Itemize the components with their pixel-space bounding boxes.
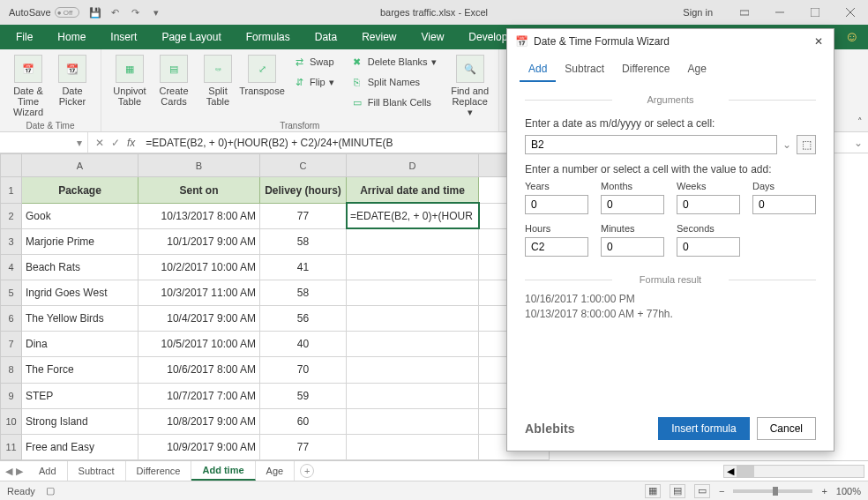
swap-button[interactable]: ⇄Swap <box>288 53 338 71</box>
cell[interactable]: 60 <box>260 408 347 434</box>
cell[interactable]: 77 <box>260 434 347 459</box>
cell-picker-icon[interactable]: ⬚ <box>797 135 816 154</box>
row-header[interactable]: 9 <box>1 383 22 408</box>
unpivot-button[interactable]: ▦Unpivot Table <box>108 53 151 119</box>
cell[interactable]: 10/9/2017 9:00 AM <box>138 434 260 459</box>
signin-link[interactable]: Sign in <box>683 7 713 18</box>
flip-button[interactable]: ⇵Flip ▾ <box>288 73 338 91</box>
row-header[interactable]: 11 <box>1 434 22 459</box>
cell[interactable] <box>347 383 479 408</box>
sheet-tab[interactable]: Add <box>28 461 68 481</box>
wizard-tab-subtract[interactable]: Subtract <box>556 57 613 82</box>
cell[interactable]: Free and Easy <box>22 434 138 459</box>
cell[interactable]: STEP <box>22 383 138 408</box>
cell[interactable]: 10/2/2017 10:00 AM <box>138 254 260 280</box>
header-cell[interactable]: Delivey (hours) <box>260 177 347 203</box>
sheet-tab[interactable]: Age <box>256 461 296 481</box>
cell[interactable]: 10/7/2017 7:00 AM <box>138 383 260 408</box>
header-cell[interactable]: Sent on <box>138 177 260 203</box>
qat-dropdown-icon[interactable]: ▾ <box>149 5 163 19</box>
cell[interactable] <box>347 408 479 434</box>
row-header[interactable]: 5 <box>1 280 22 306</box>
cell[interactable]: =EDATE(B2, + 0)+(HOUR <box>347 203 479 228</box>
new-sheet-icon[interactable]: + <box>300 464 314 478</box>
zoom-slider[interactable] <box>733 489 812 493</box>
smile-icon[interactable]: ☺ <box>845 29 859 45</box>
sheet-tab[interactable]: Add time <box>191 461 255 481</box>
sheet-prev-icon[interactable]: ◀ <box>5 466 12 477</box>
split-names-button[interactable]: ⎘Split Names <box>347 73 440 91</box>
maximize-icon[interactable] <box>797 0 833 25</box>
cell[interactable]: 10/1/2017 9:00 AM <box>138 228 260 254</box>
tab-insert[interactable]: Insert <box>98 25 149 49</box>
sheet-next-icon[interactable]: ▶ <box>16 466 23 477</box>
cell[interactable]: 10/13/2017 8:00 AM <box>138 203 260 228</box>
row-header[interactable]: 4 <box>1 254 22 280</box>
date-time-wizard-button[interactable]: 📅Date & Time Wizard <box>7 53 49 119</box>
years-input[interactable] <box>525 195 588 214</box>
create-cards-button[interactable]: ▤Create Cards <box>153 53 195 119</box>
horizontal-scrollbar[interactable]: ◀ <box>723 465 864 478</box>
find-replace-button[interactable]: 🔍Find and Replace ▾ <box>449 53 491 119</box>
row-header[interactable]: 3 <box>1 228 22 254</box>
minutes-input[interactable] <box>601 237 664 257</box>
cell[interactable] <box>347 254 479 280</box>
view-normal-icon[interactable]: ▦ <box>645 484 661 498</box>
col-header[interactable]: B <box>138 154 260 177</box>
name-box[interactable]: ▾ <box>0 132 88 153</box>
sheet-tab[interactable]: Difference <box>126 461 192 481</box>
minimize-icon[interactable] <box>762 0 797 25</box>
enter-formula-icon[interactable]: ✓ <box>111 137 120 149</box>
cell[interactable] <box>347 228 479 254</box>
cell[interactable]: Dina <box>22 332 138 357</box>
cell[interactable]: 56 <box>260 306 347 332</box>
wizard-tab-age[interactable]: Age <box>679 57 715 82</box>
sheet-tab[interactable]: Subtract <box>68 461 126 481</box>
save-icon[interactable]: 💾 <box>88 5 102 19</box>
tab-formulas[interactable]: Formulas <box>234 25 303 49</box>
undo-icon[interactable]: ↶ <box>108 5 123 19</box>
chevron-down-icon[interactable]: ⌄ <box>782 138 791 151</box>
macro-record-icon[interactable]: ▢ <box>46 485 55 496</box>
cell[interactable]: Marjorie Prime <box>22 228 138 254</box>
cell[interactable]: 70 <box>260 357 347 383</box>
wizard-tab-add[interactable]: Add <box>520 57 556 82</box>
cell[interactable]: 10/8/2017 9:00 AM <box>138 408 260 434</box>
cell[interactable]: The Force <box>22 357 138 383</box>
cell[interactable]: Strong Island <box>22 408 138 434</box>
close-icon[interactable] <box>833 0 868 25</box>
cell[interactable] <box>347 306 479 332</box>
zoom-level[interactable]: 100% <box>836 486 861 496</box>
expand-formula-icon[interactable]: ⌄ <box>849 137 868 149</box>
cell[interactable] <box>347 280 479 306</box>
cell[interactable]: Gook <box>22 203 138 228</box>
header-cell[interactable]: Package <box>22 177 138 203</box>
tab-view[interactable]: View <box>409 25 457 49</box>
row-header[interactable]: 1 <box>1 177 22 203</box>
close-icon[interactable]: ✕ <box>811 32 827 51</box>
weeks-input[interactable] <box>677 195 740 214</box>
tab-file[interactable]: File <box>4 25 45 49</box>
cell[interactable]: Beach Rats <box>22 254 138 280</box>
tab-page-layout[interactable]: Page Layout <box>149 25 233 49</box>
col-header[interactable]: D <box>347 154 479 177</box>
days-input[interactable] <box>752 195 816 214</box>
cell[interactable]: 77 <box>260 203 347 228</box>
cell[interactable]: 58 <box>260 280 347 306</box>
autosave-toggle[interactable]: AutoSave ● Off <box>9 7 79 18</box>
col-header[interactable]: C <box>260 154 347 177</box>
delete-blanks-button[interactable]: ✖Delete Blanks ▾ <box>347 53 440 71</box>
view-page-break-icon[interactable]: ▭ <box>694 484 710 498</box>
transpose-button[interactable]: ⤢Transpose <box>241 53 283 119</box>
collapse-ribbon-icon[interactable]: ˄ <box>857 116 863 128</box>
tab-home[interactable]: Home <box>45 25 98 49</box>
col-header[interactable]: A <box>22 154 138 177</box>
cell[interactable] <box>347 332 479 357</box>
cell[interactable]: 40 <box>260 332 347 357</box>
cell[interactable]: 10/5/2017 10:00 AM <box>138 332 260 357</box>
row-header[interactable]: 6 <box>1 306 22 332</box>
redo-icon[interactable]: ↷ <box>129 5 143 19</box>
hours-input[interactable] <box>525 237 588 257</box>
view-page-layout-icon[interactable]: ▤ <box>670 484 685 498</box>
insert-formula-button[interactable]: Insert formula <box>658 417 749 440</box>
